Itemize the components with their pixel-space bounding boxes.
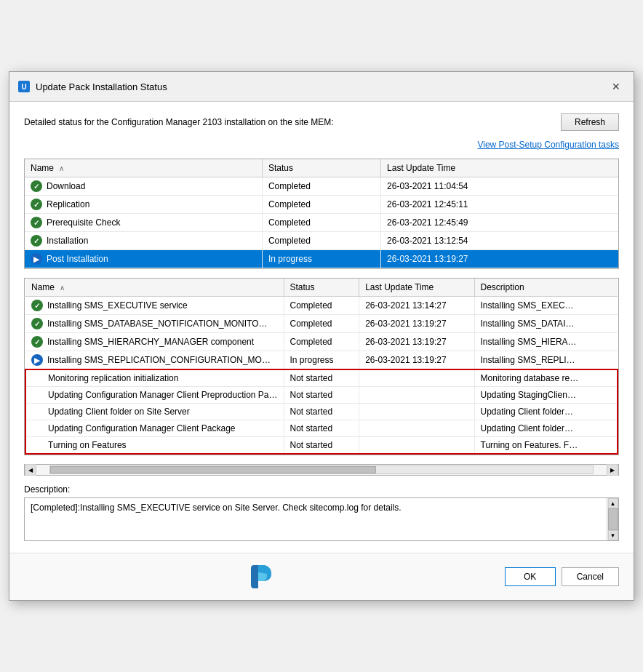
table2-header-row: Name ∧ Status Last Update Time Descripti… [25, 279, 618, 297]
refresh-button[interactable]: Refresh [561, 113, 619, 131]
status-icon-green: ✓ [31, 217, 42, 228]
table2-time-cell: 26-03-2021 13:19:27 [359, 315, 474, 333]
table2-name-cell: Turning on Features [25, 437, 284, 455]
desc-scroll-track [608, 508, 618, 530]
dialog-title: Update Pack Installation Status [36, 81, 167, 92]
desc-scroll-up[interactable]: ▲ [608, 498, 618, 508]
table2-row[interactable]: Updating Client folder on Site Server No… [25, 404, 618, 420]
table1-time-cell: 26-03-2021 12:45:11 [381, 196, 618, 214]
table1-col2-header: Status [262, 159, 380, 177]
table2-body: ✓Installing SMS_EXECUTIVE service Comple… [25, 297, 618, 455]
table2-name-cell: ▶Installing SMS_REPLICATION_CONFIGURATIO… [25, 351, 284, 370]
table2-desc-cell: Monitoring database re… [474, 369, 618, 387]
table1-time-cell: 26-03-2021 11:04:54 [381, 177, 618, 196]
table1-container: Name ∧ Status Last Update Time ✓Download… [24, 159, 619, 269]
status-icon-green: ✓ [31, 318, 43, 329]
table2-row[interactable]: ✓Installing SMS_EXECUTIVE service Comple… [25, 297, 618, 315]
status-icon-green: ✓ [31, 199, 42, 210]
table2-time-cell [359, 420, 474, 437]
description-scrollbar[interactable]: ▲ ▼ [607, 498, 618, 540]
table2-name-cell: Updating Configuration Manager Client Pa… [25, 420, 284, 437]
header-row: Detailed status for the Configuration Ma… [24, 113, 619, 131]
table1-name-cell: ✓Replication [25, 196, 262, 214]
scroll-thumb[interactable] [50, 466, 376, 473]
table2-row[interactable]: Updating Configuration Manager Client Pr… [25, 387, 618, 404]
description-box: [Completed]:Installing SMS_EXECUTIVE ser… [24, 497, 619, 541]
table2-desc-cell: Installing SMS_HIERA… [474, 333, 618, 351]
table1-row[interactable]: ✓Download Completed 26-03-2021 11:04:54 [25, 177, 618, 196]
table1-time-cell: 26-03-2021 13:19:27 [381, 250, 618, 268]
table1-row[interactable]: ✓Replication Completed 26-03-2021 12:45:… [25, 196, 618, 214]
table2-row[interactable]: ✓Installing SMS_DATABASE_NOTIFICATION_MO… [25, 315, 618, 333]
scroll-right-arrow[interactable]: ▶ [607, 464, 618, 476]
table1-status-cell: Completed [262, 196, 380, 214]
table2-status-cell: Not started [284, 420, 359, 437]
title-bar-left: U Update Pack Installation Status [18, 81, 167, 92]
table2-name-cell: ✓Installing SMS_DATABASE_NOTIFICATION_MO… [25, 315, 284, 333]
table2-desc-cell: Updating Client folder… [474, 420, 618, 437]
cancel-button[interactable]: Cancel [562, 567, 619, 586]
table2-row[interactable]: ▶Installing SMS_REPLICATION_CONFIGURATIO… [25, 351, 618, 370]
table1-name-cell: ✓Prerequisite Check [25, 214, 262, 232]
horizontal-scrollbar[interactable]: ◀ ▶ [24, 464, 619, 476]
table1-name-cell: ▶Post Installation [25, 250, 262, 268]
status-icon-blue: ▶ [31, 354, 43, 366]
table2-time-cell [359, 404, 474, 420]
link-row: View Post-Setup Configuration tasks [24, 140, 619, 150]
table2-status-cell: Not started [284, 387, 359, 404]
description-label: Description: [24, 484, 619, 495]
table2-status-cell: Not started [284, 437, 359, 455]
table1-row[interactable]: ▶Post Installation In progress 26-03-202… [25, 250, 618, 268]
desc-scroll-thumb[interactable] [608, 508, 618, 530]
table2-status-cell: Completed [284, 315, 359, 333]
close-button[interactable]: ✕ [607, 78, 625, 95]
table1-header-row: Name ∧ Status Last Update Time [25, 159, 618, 177]
table2-time-cell [359, 437, 474, 455]
table2-time-cell: 26-03-2021 13:19:27 [359, 351, 474, 370]
desc-scroll-down[interactable]: ▼ [608, 530, 618, 540]
status-icon-green: ✓ [31, 336, 43, 348]
table2-col2-header: Status [284, 279, 359, 297]
sort-icon-1: ∧ [59, 164, 64, 172]
table2-container: Name ∧ Status Last Update Time Descripti… [24, 278, 619, 455]
dialog-icon: U [18, 81, 30, 92]
table2: Name ∧ Status Last Update Time Descripti… [25, 279, 618, 455]
table1-status-cell: Completed [262, 177, 380, 196]
table1-name-cell: ✓Installation [25, 232, 262, 250]
table2-desc-cell: Turning on Features. F… [474, 437, 618, 455]
table2-row[interactable]: Updating Configuration Manager Client Pa… [25, 420, 618, 437]
table2-desc-cell: Installing SMS_REPLI… [474, 351, 618, 370]
ok-button[interactable]: OK [505, 567, 556, 586]
table2-time-cell [359, 387, 474, 404]
table2-desc-cell: Installing SMS_EXEC… [474, 297, 618, 315]
table2-status-cell: Completed [284, 297, 359, 315]
table2-row[interactable]: Turning on Features Not started Turning … [25, 437, 618, 455]
scroll-left-arrow[interactable]: ◀ [25, 464, 36, 476]
table2-time-cell: 26-03-2021 13:19:27 [359, 333, 474, 351]
dialog-body: Detailed status for the Configuration Ma… [9, 102, 634, 553]
table1-status-cell: Completed [262, 232, 380, 250]
table2-row[interactable]: Monitoring replication initialization No… [25, 369, 618, 387]
table1-time-cell: 26-03-2021 13:12:54 [381, 232, 618, 250]
status-icon-blue: ▶ [31, 253, 42, 265]
post-setup-link[interactable]: View Post-Setup Configuration tasks [477, 140, 619, 150]
table2-col1-header: Name ∧ [25, 279, 284, 297]
description-text: [Completed]:Installing SMS_EXECUTIVE ser… [31, 503, 612, 513]
table2-name-cell: ✓Installing SMS_HIERARCHY_MANAGER compon… [25, 333, 284, 351]
header-text: Detailed status for the Configuration Ma… [24, 117, 561, 127]
table2-name-cell: Updating Configuration Manager Client Pr… [25, 387, 284, 404]
status-icon-green: ✓ [31, 300, 43, 311]
table2-row[interactable]: ✓Installing SMS_HIERARCHY_MANAGER compon… [25, 333, 618, 351]
table2-status-cell: In progress [284, 351, 359, 370]
description-section: Description: [Completed]:Installing SMS_… [24, 484, 619, 541]
table1-body: ✓Download Completed 26-03-2021 11:04:54 … [25, 177, 618, 268]
status-icon-green: ✓ [31, 235, 42, 247]
table1-row[interactable]: ✓Prerequisite Check Completed 26-03-2021… [25, 214, 618, 232]
table1-col3-header: Last Update Time [381, 159, 618, 177]
table2-status-cell: Not started [284, 404, 359, 420]
table2-status-cell: Completed [284, 333, 359, 351]
update-pack-dialog: U Update Pack Installation Status ✕ Deta… [9, 71, 634, 601]
table2-name-cell: ✓Installing SMS_EXECUTIVE service [25, 297, 284, 315]
table2-desc-cell: Updating StagingClien… [474, 387, 618, 404]
table1-row[interactable]: ✓Installation Completed 26-03-2021 13:12… [25, 232, 618, 250]
